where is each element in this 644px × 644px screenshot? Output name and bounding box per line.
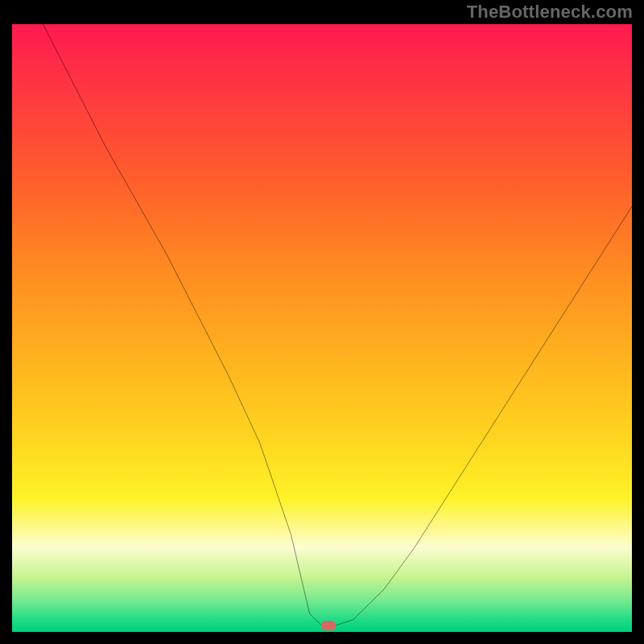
chart-frame: TheBottleneck.com [0, 0, 644, 644]
plot-area [12, 24, 632, 632]
watermark-text: TheBottleneck.com [467, 2, 633, 23]
bottleneck-curve [12, 24, 632, 632]
minimum-marker-dot [321, 621, 336, 630]
